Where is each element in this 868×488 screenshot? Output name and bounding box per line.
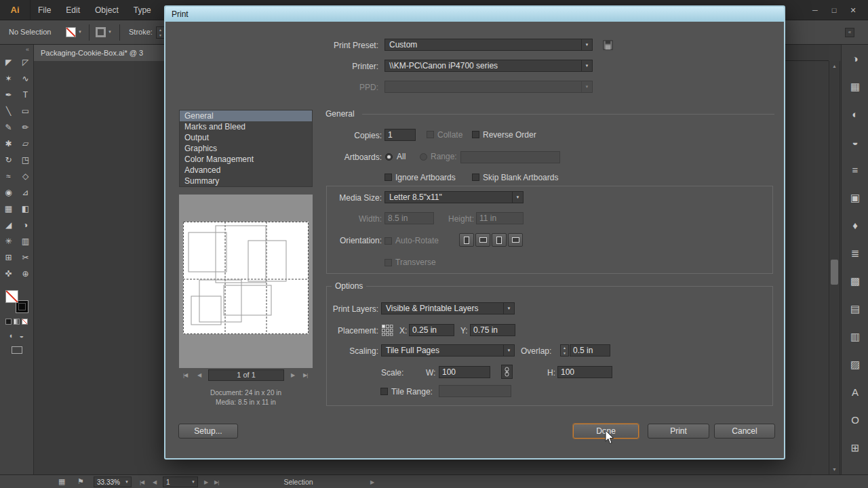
gradient-tool-icon[interactable]: ◧: [17, 201, 34, 217]
section-summary[interactable]: Summary: [180, 176, 312, 186]
fill-color-swatch[interactable]: [66, 27, 76, 37]
setup-button[interactable]: Setup...: [178, 424, 238, 439]
artboards-all-radio[interactable]: [385, 153, 393, 161]
color-panel-icon[interactable]: ◑: [842, 45, 868, 73]
gradient-fill-icon[interactable]: [14, 319, 20, 325]
orientation-landscape-right-button[interactable]: [508, 233, 523, 247]
overlap-stepper[interactable]: ▲ ▼: [560, 344, 569, 357]
fill-stroke-indicator[interactable]: [5, 290, 28, 313]
symbol-sprayer-tool-icon[interactable]: ✳: [0, 233, 17, 249]
section-general[interactable]: General: [180, 110, 312, 121]
scale-tool-icon[interactable]: ◳: [17, 152, 34, 168]
prev-tile-button[interactable]: ◀: [197, 372, 201, 378]
copies-input[interactable]: [384, 129, 416, 141]
none-fill-icon[interactable]: [22, 319, 28, 325]
panel-collapse-button[interactable]: «: [845, 28, 854, 37]
opentype-panel-icon[interactable]: O: [842, 406, 868, 434]
symbols-panel-icon[interactable]: ▩: [842, 267, 868, 295]
swatches-panel-icon[interactable]: ▦: [842, 73, 868, 100]
next-tile-button[interactable]: ▶: [291, 372, 294, 378]
layers-panel-icon[interactable]: ≡: [842, 156, 868, 184]
reverse-order-checkbox[interactable]: [472, 131, 479, 138]
minimize-button[interactable]: ─: [806, 0, 825, 20]
scale-h-input[interactable]: [557, 366, 612, 378]
section-color-management[interactable]: Color Management: [180, 154, 312, 165]
type-tool-icon[interactable]: T: [17, 87, 34, 103]
step-down-icon[interactable]: ▼: [157, 33, 164, 38]
transform-panel-icon[interactable]: ▥: [842, 323, 868, 350]
hand-tool-icon[interactable]: ✜: [0, 266, 17, 282]
blend-tool-icon[interactable]: ◑: [17, 217, 34, 233]
placement-y-input[interactable]: [470, 324, 515, 336]
first-artboard-button[interactable]: |◀: [140, 479, 144, 485]
print-preset-select[interactable]: Custom ▼: [384, 39, 593, 51]
flag-status-icon[interactable]: ⚑: [77, 477, 84, 486]
orientation-landscape-left-button[interactable]: [475, 233, 490, 247]
artboard-select[interactable]: 1 ▼: [163, 476, 198, 487]
step-up-icon[interactable]: ▲: [561, 345, 568, 350]
ignore-artboards-checkbox[interactable]: [384, 174, 392, 181]
placement-x-input[interactable]: [409, 324, 454, 336]
paintbrush-tool-icon[interactable]: ✎: [0, 119, 17, 136]
menu-file[interactable]: File: [31, 0, 58, 20]
scaling-select[interactable]: Tile Full Pages ▼: [381, 344, 515, 357]
printer-select[interactable]: \\KM-PC\Canon iP4700 series ▼: [384, 60, 593, 72]
vertical-scrollbar-thumb[interactable]: [831, 260, 838, 285]
slice-tool-icon[interactable]: ✂: [17, 249, 34, 266]
status-mode-label[interactable]: Selection: [244, 478, 353, 486]
draw-behind-icon[interactable]: ◒: [20, 331, 24, 340]
skip-blank-artboards-checkbox[interactable]: [472, 174, 479, 181]
menu-type[interactable]: Type: [126, 0, 159, 20]
eyedropper-tool-icon[interactable]: ◢: [0, 217, 17, 233]
eraser-tool-icon[interactable]: ▱: [17, 136, 34, 152]
chevron-down-icon[interactable]: ▼: [78, 30, 82, 34]
lasso-tool-icon[interactable]: ∿: [17, 70, 34, 87]
blob-brush-tool-icon[interactable]: ✱: [0, 136, 17, 152]
stroke-color-swatch[interactable]: [96, 27, 106, 37]
close-button[interactable]: ✕: [844, 0, 863, 20]
scroll-down-icon[interactable]: ▼: [829, 464, 840, 474]
width-tool-icon[interactable]: ≈: [0, 168, 17, 184]
overlap-input[interactable]: [570, 344, 610, 357]
section-output[interactable]: Output: [180, 132, 312, 143]
chevron-down-icon[interactable]: ▼: [108, 30, 112, 34]
pencil-tool-icon[interactable]: ✏: [17, 119, 34, 136]
next-artboard-button[interactable]: ▶: [204, 479, 208, 485]
direct-selection-tool-icon[interactable]: ◸: [17, 54, 34, 70]
status-mode-arrow-icon[interactable]: ▶: [370, 479, 374, 485]
step-up-icon[interactable]: ▲: [157, 27, 164, 33]
scale-w-input[interactable]: [439, 366, 490, 378]
stroke-panel-icon[interactable]: ≣: [842, 239, 868, 267]
tile-range-checkbox[interactable]: [380, 388, 388, 395]
draw-normal-icon[interactable]: ◐: [9, 331, 14, 340]
media-size-select[interactable]: Letter 8.5"x11" ▼: [384, 191, 524, 203]
magic-wand-tool-icon[interactable]: ✶: [0, 70, 17, 87]
character-panel-icon[interactable]: A: [842, 378, 868, 406]
zoom-select[interactable]: 33.33% ▼: [94, 476, 132, 487]
artboards-panel-icon[interactable]: ▣: [842, 184, 868, 211]
section-advanced[interactable]: Advanced: [180, 165, 312, 176]
save-preset-button[interactable]: [601, 39, 614, 51]
menu-edit[interactable]: Edit: [58, 0, 87, 20]
transparency-panel-icon[interactable]: ▨: [842, 350, 868, 378]
artboard-tool-icon[interactable]: ⊞: [0, 249, 17, 266]
prev-artboard-button[interactable]: ◀: [153, 479, 156, 485]
maximize-button[interactable]: □: [825, 0, 844, 20]
rotate-tool-icon[interactable]: ↻: [0, 152, 17, 168]
dialog-title-bar[interactable]: Print: [165, 7, 784, 22]
perspective-grid-tool-icon[interactable]: ⊿: [17, 184, 34, 201]
grid-status-icon[interactable]: ▦: [58, 477, 65, 486]
last-artboard-button[interactable]: ▶|: [214, 479, 218, 485]
orientation-portrait-up-button[interactable]: [459, 233, 474, 247]
section-marks-and-bleed[interactable]: Marks and Bleed: [180, 121, 312, 132]
shape-builder-tool-icon[interactable]: ◉: [0, 184, 17, 201]
selection-tool-icon[interactable]: ◤: [0, 54, 17, 70]
placement-reference-point[interactable]: [381, 324, 393, 336]
color-guide-panel-icon[interactable]: ◐: [842, 100, 868, 128]
cancel-button[interactable]: Cancel: [714, 424, 775, 439]
constrain-proportions-button[interactable]: [501, 365, 513, 379]
scroll-up-icon[interactable]: ▲: [829, 61, 840, 71]
fill-swatch[interactable]: [5, 290, 18, 303]
last-tile-button[interactable]: ▶|: [303, 372, 307, 378]
first-tile-button[interactable]: |◀: [183, 372, 187, 378]
